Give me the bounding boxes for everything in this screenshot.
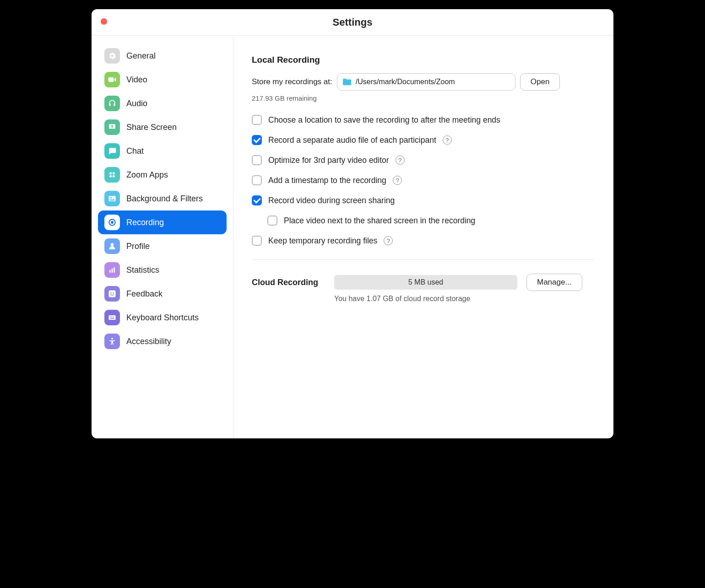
chart-icon (104, 262, 120, 278)
titlebar: Settings (92, 9, 613, 36)
checkbox-timestamp[interactable] (252, 175, 262, 185)
svg-point-1 (113, 172, 115, 174)
svg-rect-18 (113, 317, 114, 318)
svg-point-3 (113, 175, 115, 178)
svg-point-7 (111, 221, 114, 224)
option-separate-audio: Record a separate audio file of each par… (252, 135, 595, 145)
sidebar-item-label: Background & Filters (126, 194, 203, 204)
sidebar-item-label: Share Screen (126, 123, 177, 132)
sidebar-item-label: General (126, 51, 156, 61)
cloud-recording-heading: Cloud Recording (252, 278, 325, 287)
svg-rect-15 (109, 315, 116, 320)
sidebar-item-label: Chat (126, 146, 144, 156)
sidebar-item-accessibility[interactable]: Accessibility (98, 329, 227, 353)
sidebar: General Video Audio Share Screen (92, 36, 233, 438)
manage-button[interactable]: Manage... (526, 274, 582, 291)
accessibility-icon (104, 334, 120, 349)
close-window-button[interactable] (101, 18, 107, 25)
option-keep-temp-files: Keep temporary recording files ? (252, 236, 595, 246)
record-icon (104, 215, 120, 230)
local-recording-heading: Local Recording (252, 55, 595, 65)
svg-point-5 (110, 197, 112, 199)
sidebar-item-background-filters[interactable]: Background & Filters (98, 187, 227, 210)
sidebar-item-label: Statistics (126, 265, 159, 275)
sidebar-item-label: Audio (126, 99, 147, 108)
folder-icon (342, 78, 352, 86)
svg-point-13 (110, 292, 112, 294)
help-icon[interactable]: ? (393, 176, 402, 185)
svg-rect-10 (112, 269, 113, 273)
recording-path-field[interactable]: /Users/mark/Documents/Zoom (337, 73, 515, 91)
gear-icon (104, 48, 120, 64)
svg-rect-11 (114, 267, 115, 273)
sidebar-item-zoom-apps[interactable]: Zoom Apps (98, 163, 227, 187)
checkbox-separate-audio[interactable] (252, 135, 262, 145)
sidebar-item-label: Recording (126, 218, 164, 227)
checkbox-video-during-share[interactable] (252, 195, 262, 205)
option-label: Choose a location to save the recording … (268, 115, 500, 125)
checkbox-optimize-editor[interactable] (252, 155, 262, 165)
upload-icon (104, 119, 120, 135)
smile-icon (104, 286, 120, 302)
svg-rect-12 (109, 291, 116, 297)
settings-window: Settings General Video Audio (92, 9, 613, 438)
option-label: Optimize for 3rd party video editor (268, 156, 389, 165)
headphones-icon (104, 96, 120, 111)
checkbox-keep-temp-files[interactable] (252, 236, 262, 246)
open-button[interactable]: Open (520, 73, 560, 91)
option-timestamp: Add a timestamp to the recording ? (252, 175, 595, 185)
divider (252, 259, 595, 260)
svg-point-20 (111, 338, 113, 340)
chat-icon (104, 143, 120, 159)
sidebar-item-label: Feedback (126, 289, 163, 299)
content-panel: Local Recording Store my recordings at: … (233, 36, 613, 438)
sidebar-item-share-screen[interactable]: Share Screen (98, 115, 227, 139)
svg-rect-9 (109, 270, 111, 273)
cloud-usage-bar: 5 MB used (334, 275, 517, 290)
help-icon[interactable]: ? (396, 156, 405, 165)
recording-path-value: /Users/mark/Documents/Zoom (356, 78, 455, 86)
sidebar-item-chat[interactable]: Chat (98, 139, 227, 163)
sidebar-item-general[interactable]: General (98, 44, 227, 68)
sidebar-item-label: Video (126, 75, 147, 85)
svg-point-2 (109, 175, 112, 178)
apps-icon (104, 167, 120, 183)
sidebar-item-keyboard-shortcuts[interactable]: Keyboard Shortcuts (98, 306, 227, 329)
cloud-row: Cloud Recording 5 MB used Manage... (252, 274, 595, 291)
sidebar-item-audio[interactable]: Audio (98, 92, 227, 115)
window-controls (101, 18, 107, 25)
store-label: Store my recordings at: (252, 77, 332, 86)
option-choose-location: Choose a location to save the recording … (252, 115, 595, 125)
keyboard-icon (104, 310, 120, 325)
svg-point-8 (111, 243, 114, 246)
disk-remaining: 217.93 GB remaining (252, 94, 595, 102)
checkbox-video-next-to-share[interactable] (267, 216, 277, 226)
sidebar-item-recording[interactable]: Recording (98, 210, 227, 234)
svg-point-14 (113, 292, 114, 294)
sidebar-item-label: Keyboard Shortcuts (126, 313, 199, 323)
svg-point-0 (109, 172, 112, 174)
sidebar-item-feedback[interactable]: Feedback (98, 282, 227, 306)
store-row: Store my recordings at: /Users/mark/Docu… (252, 73, 595, 91)
svg-rect-19 (110, 318, 114, 319)
user-icon (104, 238, 120, 254)
photo-icon (104, 191, 120, 206)
option-label: Add a timestamp to the recording (268, 176, 386, 185)
help-icon[interactable]: ? (443, 135, 452, 145)
cloud-storage-note: You have 1.07 GB of cloud record storage (334, 295, 595, 303)
sidebar-item-profile[interactable]: Profile (98, 234, 227, 258)
option-label: Keep temporary recording files (268, 236, 377, 246)
sidebar-item-statistics[interactable]: Statistics (98, 258, 227, 282)
svg-rect-17 (111, 317, 112, 318)
option-label: Place video next to the shared screen in… (284, 216, 475, 226)
page-title: Settings (92, 16, 613, 28)
help-icon[interactable]: ? (384, 236, 393, 245)
option-label: Record video during screen sharing (268, 196, 395, 205)
sidebar-item-label: Zoom Apps (126, 170, 168, 180)
option-video-next-to-share: Place video next to the shared screen in… (267, 216, 595, 226)
sidebar-item-label: Profile (126, 242, 150, 251)
checkbox-choose-location[interactable] (252, 115, 262, 125)
video-icon (104, 72, 120, 87)
sidebar-item-video[interactable]: Video (98, 68, 227, 92)
option-label: Record a separate audio file of each par… (268, 135, 436, 145)
